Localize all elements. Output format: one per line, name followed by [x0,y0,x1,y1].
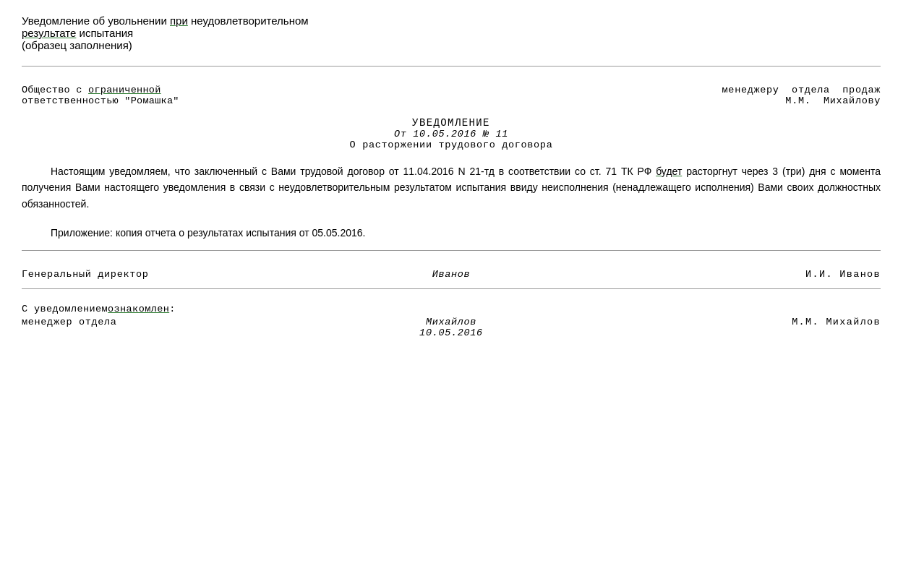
acquaint-colon: : [169,304,176,314]
title-line1: Уведомление об увольнении при неудовлетв… [22,14,881,27]
org-line1: Общество с ограниченной [22,85,179,95]
document-container: Уведомление об увольнении при неудовлетв… [22,14,881,338]
doc-date-number: От 10.05.2016 № 11 [22,129,881,140]
title-line2-post: испытания [76,27,133,39]
acquaint-left: менеджер отдела [22,317,224,327]
acquaintance-section: С уведомлением ознакомлен: менеджер отде… [22,304,881,338]
body-pre: Настоящим уведомляем, что заключенный с … [51,166,656,177]
doc-subject: О расторжении трудового договора [22,140,881,150]
recipient-info: менеджеру отдела продаж М.М. Михайлову [722,85,881,106]
signature-section: Генеральный директор Иванов И.И. Иванов [22,269,881,280]
signature-row: Генеральный директор Иванов И.И. Иванов [22,269,881,280]
title-post-text: неудовлетворительном [188,14,309,27]
org-info: Общество с ограниченной ответственностью… [22,85,179,106]
acquaintance-row2: менеджер отдела Михайлов 10.05.2016 М.М.… [22,317,881,338]
body-underlined: будет [656,166,682,177]
acquaint-surname: Михайлов [224,317,678,327]
attachment-text: Приложение: копия отчета о результатах и… [22,225,881,241]
acquaint-date: 10.05.2016 [224,327,678,338]
acquaintance-row1: С уведомлением ознакомлен: [22,304,881,314]
acquaint-center-name: Михайлов 10.05.2016 [224,317,678,338]
title-line2: результате испытания [22,27,881,39]
title-line3: (образец заполнения) [22,39,881,51]
acquaintance-divider [22,288,881,289]
signature-divider [22,250,881,251]
title-underlined-word: при [170,14,188,27]
sig-position: Генеральный директор [22,269,224,280]
acquaint-right-name: М.М. Михайлов [678,317,881,327]
doc-title-main: УВЕДОМЛЕНИЕ [22,117,881,129]
acquaint-pre: С уведомлением [22,304,108,314]
header-section: Общество с ограниченной ответственностью… [22,85,881,106]
org-line2: ответственностью "Ромашка" [22,95,179,106]
org-pre: Общество с [22,85,88,95]
org-underlined: ограниченной [88,85,161,95]
body-paragraph: Настоящим уведомляем, что заключенный с … [22,163,881,212]
title-underlined-result: результате [22,27,76,39]
title-pre-text: Уведомление об увольнении [22,14,170,27]
doc-center-header: УВЕДОМЛЕНИЕ От 10.05.2016 № 11 О расторж… [22,117,881,150]
header-divider [22,66,881,67]
sig-center-name: Иванов [224,269,678,280]
title-section: Уведомление об увольнении при неудовлетв… [22,14,881,51]
sig-right-name: И.И. Иванов [678,269,881,280]
acquaint-underlined: ознакомлен [108,304,169,314]
